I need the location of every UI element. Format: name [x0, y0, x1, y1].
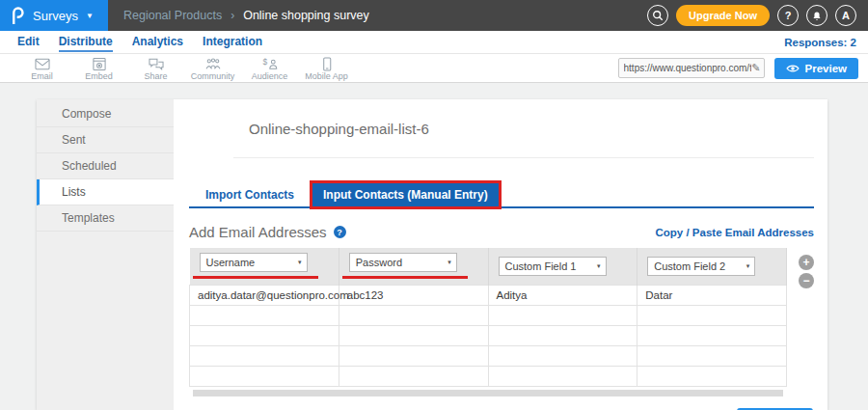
table-cell[interactable]: [488, 345, 637, 366]
help-icon[interactable]: ?: [334, 226, 346, 238]
toolbar-item-label: Email: [31, 71, 53, 81]
chevron-down-icon: ▾: [746, 262, 750, 270]
toolbar-item-email[interactable]: Email: [14, 56, 70, 81]
table-row: [190, 366, 787, 386]
audience-icon: $: [259, 57, 281, 71]
table-cell[interactable]: aditya.datar@questionpro.com: [190, 285, 339, 305]
page-background: ComposeSentScheduledListsTemplates Onlin…: [0, 83, 868, 410]
column-header-custom-field-2: Custom Field 2▾: [637, 248, 787, 285]
table-cell[interactable]: [637, 366, 787, 386]
toolbar-item-mobile-app[interactable]: Mobile App: [298, 56, 355, 81]
toolbar-item-community[interactable]: Community: [184, 56, 241, 81]
field-select-value: Custom Field 2: [654, 260, 725, 272]
table-cell[interactable]: [488, 325, 637, 345]
list-title-block: Online-shopping-email-list-6: [233, 121, 814, 158]
column-header-username: Username▾: [190, 248, 339, 285]
contacts-table: Username▾Password▾Custom Field 1▾Custom …: [189, 248, 787, 387]
table-cell[interactable]: [190, 345, 339, 366]
table-cell[interactable]: [339, 325, 488, 345]
email-sidebar: ComposeSentScheduledListsTemplates: [37, 99, 174, 410]
sidebar-item-sent[interactable]: Sent: [37, 127, 174, 153]
table-cell[interactable]: [190, 366, 339, 386]
list-title: Online-shopping-email-list-6: [249, 121, 429, 137]
remove-row-button[interactable]: −: [799, 273, 814, 288]
chevron-down-icon: ▾: [298, 259, 302, 266]
copy-paste-emails-link[interactable]: Copy / Paste Email Addresses: [656, 227, 814, 238]
toolbar-item-label: Community: [191, 71, 235, 81]
toolbar-item-share[interactable]: Share: [127, 56, 184, 81]
responses-count[interactable]: Responses: 2: [784, 37, 860, 48]
table-cell[interactable]: [190, 325, 339, 345]
nav-item-edit[interactable]: Edit: [17, 32, 40, 52]
table-row: aditya.datar@questionpro.comabc123Aditya…: [190, 285, 787, 305]
topbar-actions: Upgrade Now ? A: [647, 5, 868, 26]
field-select-custom-field-2[interactable]: Custom Field 2▾: [647, 257, 755, 276]
annotation-underline: [193, 276, 318, 279]
search-button[interactable]: [647, 5, 668, 26]
top-bar: Surveys ▼ Regional Products›Online shopp…: [0, 0, 868, 31]
field-select-password[interactable]: Password▾: [349, 253, 457, 272]
annotation-underline: [342, 276, 468, 279]
questionpro-logo-icon: [10, 5, 26, 26]
column-header-custom-field-1: Custom Field 1▾: [488, 248, 637, 285]
section-title: Add Email Addresses: [189, 224, 327, 240]
email-icon: [32, 57, 53, 71]
table-cell[interactable]: [488, 305, 637, 325]
sidebar-item-scheduled[interactable]: Scheduled: [37, 153, 174, 179]
table-cell[interactable]: [339, 366, 488, 386]
product-label: Surveys: [33, 9, 78, 23]
add-row-button[interactable]: +: [799, 255, 814, 270]
toolbar-item-audience[interactable]: $Audience: [241, 56, 298, 81]
table-cell[interactable]: Datar: [637, 285, 787, 305]
survey-url-box: ✎: [618, 58, 765, 78]
help-button[interactable]: ?: [777, 5, 799, 26]
survey-url-input[interactable]: [624, 63, 752, 73]
survey-nav: EditDistributeAnalyticsIntegration Respo…: [0, 31, 868, 54]
upgrade-now-button[interactable]: Upgrade Now: [676, 5, 770, 26]
table-row: [190, 305, 787, 325]
field-select-username[interactable]: Username▾: [200, 253, 308, 272]
toolbar-item-label: Mobile App: [305, 71, 348, 81]
table-cell[interactable]: [637, 305, 787, 325]
search-icon: [652, 10, 664, 21]
distribute-toolbar: EmailEmbedShareCommunity$AudienceMobile …: [0, 54, 868, 83]
surveys-product-menu[interactable]: Surveys ▼: [0, 0, 108, 31]
table-cell[interactable]: Aditya: [488, 285, 637, 305]
field-select-value: Password: [356, 257, 402, 268]
table-cell[interactable]: [637, 345, 787, 366]
row-controls: + −: [799, 255, 814, 288]
embed-icon: [89, 57, 110, 71]
email-lists-card: ComposeSentScheduledListsTemplates Onlin…: [37, 99, 827, 410]
nav-item-analytics[interactable]: Analytics: [132, 32, 183, 52]
nav-item-integration[interactable]: Integration: [203, 32, 262, 52]
table-cell[interactable]: abc123: [339, 285, 488, 305]
toolbar-item-label: Embed: [85, 71, 113, 81]
field-select-custom-field-1[interactable]: Custom Field 1▾: [499, 257, 607, 276]
table-cell[interactable]: [488, 366, 637, 386]
sidebar-item-templates[interactable]: Templates: [37, 205, 174, 232]
table-cell[interactable]: [637, 325, 787, 345]
nav-item-distribute[interactable]: Distribute: [59, 32, 113, 52]
sidebar-item-compose[interactable]: Compose: [37, 101, 174, 127]
notifications-button[interactable]: [806, 5, 827, 26]
tab-input-contacts-manual-entry[interactable]: Input Contacts (Manual Entry): [312, 183, 499, 206]
table-cell[interactable]: [339, 345, 488, 366]
breadcrumb-item-regional-products[interactable]: Regional Products: [123, 9, 222, 22]
tab-import-contacts[interactable]: Import Contacts: [195, 183, 305, 206]
horizontal-scrollbar[interactable]: [193, 390, 783, 396]
chevron-down-icon: ▾: [448, 259, 451, 266]
toolbar-item-embed[interactable]: Embed: [70, 56, 127, 81]
sidebar-item-lists[interactable]: Lists: [37, 179, 174, 205]
chevron-down-icon: ▼: [86, 12, 94, 20]
table-cell[interactable]: [339, 305, 488, 325]
preview-button[interactable]: Preview: [774, 58, 858, 79]
breadcrumb-separator: ›: [231, 9, 234, 22]
column-header-password: Password▾: [339, 248, 488, 285]
account-avatar[interactable]: A: [835, 5, 856, 26]
share-icon: [146, 57, 167, 71]
field-select-value: Username: [206, 257, 256, 268]
edit-url-icon[interactable]: ✎: [751, 62, 760, 74]
table-cell[interactable]: [190, 305, 339, 325]
breadcrumb-item-online-shopping-survey[interactable]: Online shopping survey: [243, 9, 369, 22]
mobile-app-icon: [316, 57, 338, 71]
